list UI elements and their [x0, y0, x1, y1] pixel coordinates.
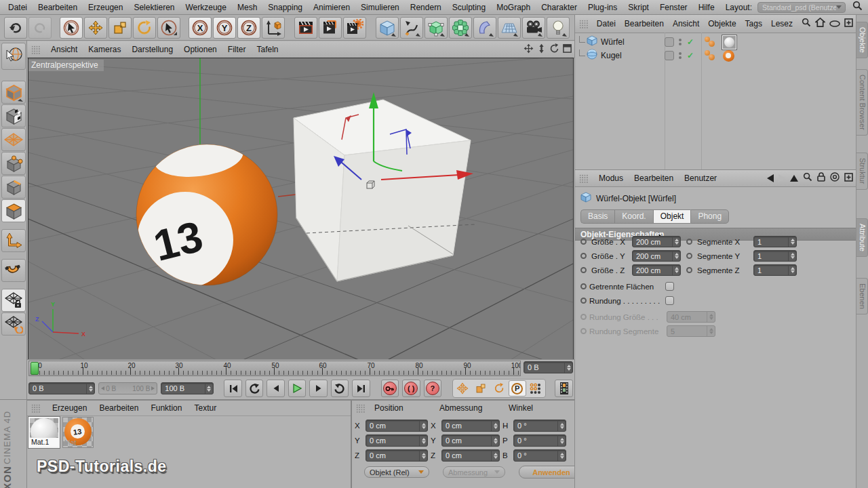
key-parameter-button[interactable]: P — [509, 380, 526, 396]
tab-struktur[interactable]: Struktur — [856, 152, 868, 190]
record-options-button[interactable]: ? — [424, 380, 442, 397]
am-menu-benutzer[interactable]: Benutzer — [684, 174, 717, 183]
key-circle[interactable] — [580, 298, 587, 304]
om-home-icon[interactable] — [815, 18, 825, 30]
key-pla-button[interactable] — [527, 380, 545, 396]
angle-h-field[interactable]: 0 ° — [513, 420, 566, 432]
add-cube-button[interactable] — [376, 17, 399, 39]
vp-menu-kameras[interactable]: Kameras — [88, 45, 121, 54]
mat-menu-erzeugen[interactable]: Erzeugen — [52, 403, 87, 413]
viewport-canvas[interactable]: 13 — [28, 58, 573, 359]
tab-koord[interactable]: Koord. — [614, 209, 652, 224]
menu-datei[interactable]: Datei — [3, 0, 33, 15]
position-z-field[interactable]: 0 cm — [366, 449, 428, 462]
live-selection-button[interactable] — [60, 17, 83, 39]
end-frame-arrows[interactable] — [205, 383, 213, 394]
material-mat[interactable]: 13 Mat — [62, 417, 94, 448]
workplane-mode-button[interactable] — [1, 128, 26, 151]
segmente-z-field[interactable]: 1 — [753, 264, 797, 276]
polygons-mode-button[interactable] — [1, 199, 26, 222]
getrennte-flaechen-checkbox[interactable] — [665, 282, 674, 291]
menu-sculpting[interactable]: Sculpting — [447, 0, 491, 15]
menu-mograph[interactable]: MoGraph — [491, 0, 536, 15]
timeline-playhead[interactable] — [31, 362, 39, 375]
viewport-pan-icon[interactable] — [524, 43, 534, 56]
mat-menu-bearbeiten[interactable]: Bearbeiten — [99, 403, 138, 413]
am-target-icon[interactable] — [830, 172, 840, 184]
am-add-panel-icon[interactable] — [844, 172, 853, 184]
mat-menu-funktion[interactable]: Funktion — [151, 403, 182, 413]
previous-frame-button[interactable] — [267, 380, 285, 397]
phong-tag-icon[interactable] — [705, 37, 717, 47]
menu-hilfe[interactable]: Hilfe — [693, 0, 720, 15]
menu-charakter[interactable]: Charakter — [536, 0, 583, 15]
groesse-y-field[interactable]: 200 cm — [632, 250, 681, 262]
timeline-ruler[interactable]: 0 10 20 30 40 50 60 70 80 90 100 — [28, 361, 521, 376]
enabled-check-icon[interactable]: ✓ — [687, 37, 694, 47]
om-search-icon[interactable] — [802, 18, 811, 30]
object-row-kugel[interactable]: Kugel ✓ — [575, 49, 856, 62]
phong-tag-icon[interactable] — [705, 50, 717, 61]
current-frame-field[interactable]: 0 B — [524, 361, 573, 373]
menu-plugins[interactable]: Plug-ins — [583, 0, 623, 15]
next-frame-button[interactable] — [309, 380, 328, 397]
edges-mode-button[interactable] — [1, 176, 26, 199]
object-name[interactable]: Würfel — [601, 37, 660, 47]
timeline-window-button[interactable] — [555, 380, 573, 397]
angle-b-field[interactable]: 0 ° — [513, 449, 566, 462]
groesse-x-field[interactable]: 200 cm — [632, 236, 681, 247]
move-tool-button[interactable] — [84, 17, 107, 39]
key-position-button[interactable] — [454, 380, 471, 396]
angle-p-field[interactable]: 0 ° — [513, 434, 566, 447]
am-menu-modus[interactable]: Modus — [599, 174, 623, 183]
add-mograph-button[interactable] — [449, 17, 472, 39]
menu-simulieren[interactable]: Simulieren — [355, 0, 405, 15]
make-editable-button[interactable] — [1, 43, 26, 70]
render-view-button[interactable] — [294, 17, 317, 39]
texture-mode-button[interactable] — [1, 104, 26, 127]
coords-mode-dropdown[interactable]: Objekt (Rel) — [364, 466, 429, 478]
rundung-checkbox[interactable] — [665, 296, 674, 305]
record-keyframe-button[interactable] — [381, 380, 399, 397]
key-circle[interactable] — [580, 253, 587, 259]
visibility-dots[interactable] — [679, 52, 682, 59]
om-menu-bearbeiten[interactable]: Bearbeiten — [625, 19, 664, 28]
vp-menu-tafeln[interactable]: Tafeln — [256, 45, 278, 54]
key-circle[interactable] — [580, 283, 587, 289]
workplane-lock-button[interactable] — [1, 289, 26, 312]
position-y-field[interactable]: 0 cm — [366, 434, 428, 447]
render-settings-button[interactable] — [343, 17, 366, 39]
go-to-start-button[interactable] — [224, 380, 242, 397]
key-scale-button[interactable] — [472, 380, 490, 396]
range-right-arrow-icon[interactable] — [151, 386, 155, 390]
billiard-ball[interactable]: 13 — [136, 133, 277, 288]
vp-menu-optionen[interactable]: Optionen — [184, 45, 217, 54]
material-menu-drag-handle[interactable] — [31, 404, 40, 413]
snapping-button[interactable] — [1, 259, 26, 282]
key-circle[interactable] — [580, 239, 587, 245]
frame-field[interactable]: 0 B — [28, 382, 95, 394]
om-menu-tags[interactable]: Tags — [745, 19, 762, 28]
layer-chip[interactable] — [665, 51, 674, 60]
menu-skript[interactable]: Skript — [623, 0, 654, 15]
object-name[interactable]: Kugel — [601, 51, 660, 60]
tab-objekte[interactable]: Objekte — [856, 22, 868, 58]
am-menu-bearbeiten[interactable]: Bearbeiten — [634, 174, 673, 183]
tab-basis[interactable]: Basis — [580, 209, 614, 224]
bottom-splitter[interactable] — [0, 399, 575, 400]
add-spline-button[interactable] — [400, 17, 423, 39]
key-circle[interactable] — [686, 267, 692, 273]
attribute-manager-drag-handle[interactable] — [579, 174, 588, 183]
position-x-field[interactable]: 0 cm — [366, 420, 428, 432]
tab-phong[interactable]: Phong — [690, 209, 729, 224]
camera-label[interactable]: Zentralperspektive — [28, 60, 104, 71]
menu-erzeugen[interactable]: Erzeugen — [83, 0, 128, 15]
viewport-menu-drag-handle[interactable] — [31, 45, 40, 54]
axis-mode-button[interactable] — [1, 229, 26, 252]
selection-tool-button[interactable] — [157, 17, 180, 39]
lock-x-axis-button[interactable]: X — [189, 17, 212, 39]
coordinates-drag-handle[interactable] — [356, 404, 365, 413]
rotate-tool-button[interactable] — [133, 17, 156, 39]
lock-z-axis-button[interactable]: Z — [237, 17, 260, 39]
key-rotation-button[interactable] — [490, 380, 508, 396]
